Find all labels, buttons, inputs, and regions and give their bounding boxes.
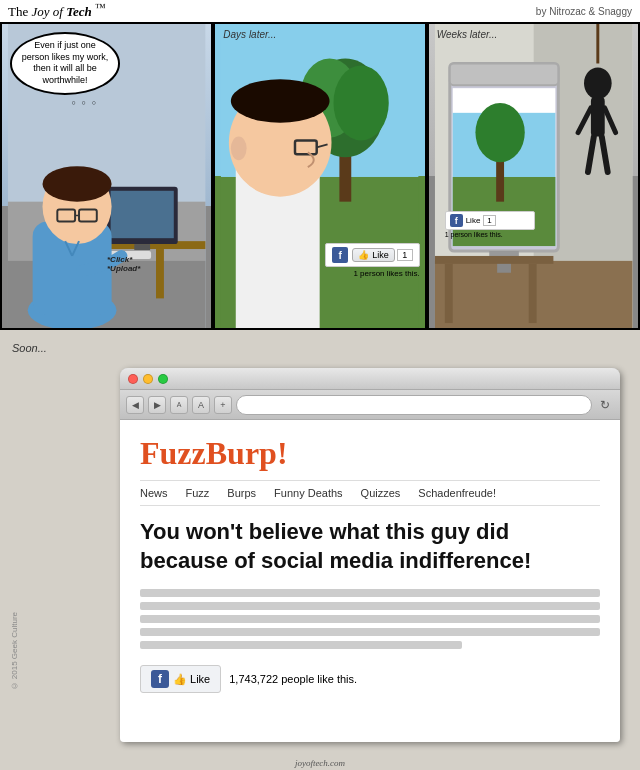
title-the: The: [8, 5, 31, 20]
text-size-a-button[interactable]: A: [170, 396, 188, 414]
bottom-section: Soon... © 2015 Geek Culture ◀ ▶ A A +: [0, 330, 640, 770]
svg-point-12: [43, 166, 112, 202]
website-content: FuzzBurp! News Fuzz Burps Funny Deaths Q…: [120, 420, 620, 742]
svg-rect-4: [156, 249, 164, 298]
nav-news[interactable]: News: [140, 487, 168, 499]
comic-panel-3: Weeks later... f Like 1 1 person likes t…: [427, 22, 640, 330]
byline: by Nitrozac & Snaggy: [536, 6, 632, 17]
comic-panels: Even if just one person likes my work, t…: [0, 22, 640, 330]
svg-rect-51: [528, 264, 536, 323]
article-text-lines: [140, 589, 600, 649]
footer-copyright: joyoftech.com: [295, 758, 345, 768]
fb-icon-p2: f: [332, 247, 348, 263]
like-btn-p2[interactable]: 👍Like: [352, 248, 395, 262]
svg-rect-34: [449, 63, 558, 85]
text-line-1: [140, 589, 600, 597]
fb-icon-main: f: [151, 670, 169, 688]
nav-schadenfreude[interactable]: Schadenfreude!: [418, 487, 496, 499]
thought-bubble: Even if just one person likes my work, t…: [10, 32, 120, 95]
address-bar[interactable]: [236, 395, 592, 415]
site-title: The Joy of Tech ™: [8, 1, 106, 20]
text-line-2: [140, 602, 600, 610]
text-line-3: [140, 615, 600, 623]
text-line-4: [140, 628, 600, 636]
browser-window: ◀ ▶ A A + ↻ FuzzBurp! News Fuzz Burps: [120, 368, 620, 742]
panel3-label: Weeks later...: [437, 29, 498, 40]
header-bar: The Joy of Tech ™ by Nitrozac & Snaggy: [0, 0, 640, 22]
panel2-label: Days later...: [223, 29, 276, 40]
click-text: *Click* *Upload*: [107, 255, 140, 273]
svg-point-23: [334, 65, 389, 140]
text-line-5: [140, 641, 462, 649]
text-size-b-button[interactable]: A: [192, 396, 210, 414]
like-label-p3: Like: [466, 216, 481, 225]
svg-rect-49: [435, 256, 553, 264]
comic-panel-2: Days later... f 👍Like 1 1 person likes t…: [213, 22, 426, 330]
thought-text: Even if just one person likes my work, t…: [22, 40, 109, 85]
like-count-p3: 1: [483, 215, 495, 226]
title-of: of: [53, 5, 66, 20]
like-count-main: 1,743,722 people like this.: [229, 673, 357, 685]
like-count-p2: 1: [397, 249, 413, 261]
site-headline: You won't believe what this guy did beca…: [140, 518, 600, 575]
add-tab-button[interactable]: +: [214, 396, 232, 414]
close-button[interactable]: [128, 374, 138, 384]
forward-button[interactable]: ▶: [148, 396, 166, 414]
title-joy: Joy: [31, 5, 49, 20]
minimize-button[interactable]: [143, 374, 153, 384]
svg-rect-44: [591, 97, 605, 136]
browser-titlebar: [120, 368, 620, 390]
fb-like-panel2: f 👍Like 1 1 person likes this.: [325, 243, 420, 278]
maximize-button[interactable]: [158, 374, 168, 384]
fb-like-panel3: f Like 1 1 person likes this.: [445, 211, 535, 238]
nav-burps[interactable]: Burps: [227, 487, 256, 499]
svg-rect-7: [134, 244, 150, 250]
svg-point-39: [475, 103, 524, 162]
svg-point-26: [231, 79, 330, 122]
soon-label: Soon...: [12, 342, 47, 354]
comic-panel-1: Even if just one person likes my work, t…: [0, 22, 213, 330]
browser-toolbar: ◀ ▶ A A + ↻: [120, 390, 620, 420]
like-caption-p2: 1 person likes this.: [325, 269, 420, 278]
back-button[interactable]: ◀: [126, 396, 144, 414]
comic-top: The Joy of Tech ™ by Nitrozac & Snaggy: [0, 0, 640, 330]
nav-quizzes[interactable]: Quizzes: [361, 487, 401, 499]
svg-point-43: [584, 67, 612, 99]
site-logo: FuzzBurp!: [140, 435, 600, 472]
nav-fuzz[interactable]: Fuzz: [186, 487, 210, 499]
trademark: ™: [95, 1, 106, 13]
vertical-copyright: © 2015 Geek Culture: [10, 612, 19, 690]
site-nav: News Fuzz Burps Funny Deaths Quizzes Sch…: [140, 480, 600, 506]
like-caption-p3: 1 person likes this.: [445, 231, 535, 238]
title-tech: Tech: [66, 5, 92, 20]
fb-like-button-main[interactable]: f 👍 Like: [140, 665, 221, 693]
svg-rect-6: [111, 191, 174, 238]
fb-like-main: f 👍 Like 1,743,722 people like this.: [140, 665, 600, 693]
svg-rect-50: [444, 264, 452, 323]
refresh-button[interactable]: ↻: [596, 396, 614, 414]
nav-funny-deaths[interactable]: Funny Deaths: [274, 487, 342, 499]
like-label-main: 👍 Like: [173, 673, 210, 686]
fb-icon-p3: f: [450, 214, 463, 227]
svg-point-29: [231, 137, 247, 161]
